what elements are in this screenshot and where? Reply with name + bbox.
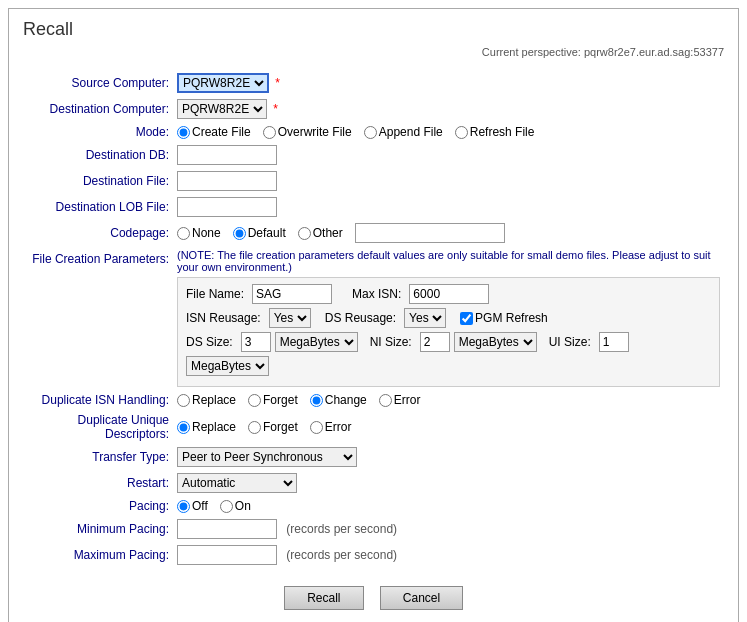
pacing-off-radio[interactable] [177,500,190,513]
codepage-other-radio[interactable] [298,227,311,240]
dup-unique-forget[interactable]: Forget [248,420,298,434]
destination-lob-row: Destination LOB File: [23,194,724,220]
dup-isn-replace[interactable]: Replace [177,393,236,407]
codepage-other-input[interactable] [355,223,505,243]
file-creation-value-cell: (NOTE: The file creation parameters defa… [173,246,724,390]
ui-size-input[interactable] [599,332,629,352]
dup-unique-value-cell: Replace Forget Error [173,410,724,444]
codepage-default[interactable]: Default [233,226,286,240]
pacing-row: Pacing: Off On [23,496,724,516]
file-creation-note: (NOTE: The file creation parameters defa… [177,249,720,273]
ni-size-unit-select[interactable]: MegaBytes [454,332,537,352]
transfer-type-label: Transfer Type: [23,444,173,470]
source-required-star: * [275,76,280,90]
transfer-type-value-cell: Peer to Peer Synchronous [173,444,724,470]
dup-isn-error[interactable]: Error [379,393,421,407]
dup-unique-forget-radio[interactable] [248,421,261,434]
isn-reuse-label: ISN Reusage: [186,311,261,325]
dup-unique-error[interactable]: Error [310,420,352,434]
destination-file-input[interactable] [177,171,277,191]
dup-unique-replace-radio[interactable] [177,421,190,434]
restart-value-cell: Automatic [173,470,724,496]
codepage-other[interactable]: Other [298,226,343,240]
ds-reuse-label: DS Reusage: [325,311,396,325]
dup-isn-forget[interactable]: Forget [248,393,298,407]
mode-create-file[interactable]: Create File [177,125,251,139]
pgm-refresh-label: PGM Refresh [475,311,548,325]
dup-unique-forget-label: Forget [263,420,298,434]
max-pacing-input[interactable] [177,545,277,565]
codepage-other-label: Other [313,226,343,240]
transfer-type-select[interactable]: Peer to Peer Synchronous [177,447,357,467]
recall-button[interactable]: Recall [284,586,364,610]
min-pacing-input[interactable] [177,519,277,539]
dup-isn-change-radio[interactable] [310,394,323,407]
dup-isn-change-label: Change [325,393,367,407]
dup-isn-value-cell: Replace Forget Change Error [173,390,724,410]
mode-label: Mode: [23,122,173,142]
min-pacing-value-cell: (records per second) [173,516,724,542]
pgm-refresh-checkbox-label[interactable]: PGM Refresh [460,311,548,325]
destination-lob-input[interactable] [177,197,277,217]
dup-unique-replace-label: Replace [192,420,236,434]
pacing-on-radio[interactable] [220,500,233,513]
restart-label: Restart: [23,470,173,496]
dup-isn-error-radio[interactable] [379,394,392,407]
source-computer-row: Source Computer: PQRW8R2E * [23,70,724,96]
restart-select[interactable]: Automatic [177,473,297,493]
ui-size-label: UI Size: [549,335,591,349]
dup-isn-forget-label: Forget [263,393,298,407]
mode-refresh-file-radio[interactable] [455,126,468,139]
pgm-refresh-checkbox[interactable] [460,312,473,325]
dup-unique-radio-group: Replace Forget Error [177,420,720,434]
mode-overwrite-file-label: Overwrite File [278,125,352,139]
size-row: DS Size: MegaBytes NI Size: MegaBytes UI… [186,332,711,376]
codepage-none-radio[interactable] [177,227,190,240]
pacing-on-label: On [235,499,251,513]
codepage-none[interactable]: None [177,226,221,240]
pacing-off-label: Off [192,499,208,513]
pacing-on[interactable]: On [220,499,251,513]
destination-file-row: Destination File: [23,168,724,194]
mode-append-file-radio[interactable] [364,126,377,139]
pacing-off[interactable]: Off [177,499,208,513]
ds-size-input[interactable] [241,332,271,352]
dup-isn-label: Duplicate ISN Handling: [23,390,173,410]
dup-isn-forget-radio[interactable] [248,394,261,407]
max-isn-label: Max ISN: [352,287,401,301]
dup-isn-change[interactable]: Change [310,393,367,407]
cancel-button[interactable]: Cancel [380,586,463,610]
mode-radio-group: Create File Overwrite File Append File [177,125,720,139]
mode-overwrite-file-radio[interactable] [263,126,276,139]
max-pacing-hint: (records per second) [286,548,397,562]
ds-size-unit-select[interactable]: MegaBytes [275,332,358,352]
codepage-label: Codepage: [23,220,173,246]
source-computer-select[interactable]: PQRW8R2E [177,73,269,93]
ni-size-input[interactable] [420,332,450,352]
mode-create-file-radio[interactable] [177,126,190,139]
dup-unique-error-radio[interactable] [310,421,323,434]
codepage-default-radio[interactable] [233,227,246,240]
min-pacing-row: Minimum Pacing: (records per second) [23,516,724,542]
mode-append-file[interactable]: Append File [364,125,443,139]
mode-overwrite-file[interactable]: Overwrite File [263,125,352,139]
transfer-type-row: Transfer Type: Peer to Peer Synchronous [23,444,724,470]
source-computer-label: Source Computer: [23,70,173,96]
destination-computer-row: Destination Computer: PQRW8R2E * [23,96,724,122]
dup-unique-replace[interactable]: Replace [177,420,236,434]
dup-isn-radio-group: Replace Forget Change Error [177,393,720,407]
pacing-label: Pacing: [23,496,173,516]
mode-refresh-file[interactable]: Refresh File [455,125,535,139]
mode-create-file-label: Create File [192,125,251,139]
dup-isn-row: Duplicate ISN Handling: Replace Forget [23,390,724,410]
ui-size-unit-select[interactable]: MegaBytes [186,356,269,376]
file-name-input[interactable] [252,284,332,304]
file-creation-label: File Creation Parameters: [23,246,173,390]
dup-isn-replace-radio[interactable] [177,394,190,407]
destination-db-input[interactable] [177,145,277,165]
isn-reuse-select[interactable]: Yes No [269,308,311,328]
destination-computer-select[interactable]: PQRW8R2E [177,99,267,119]
max-pacing-label: Maximum Pacing: [23,542,173,568]
max-isn-input[interactable] [409,284,489,304]
ds-reuse-select[interactable]: Yes No [404,308,446,328]
